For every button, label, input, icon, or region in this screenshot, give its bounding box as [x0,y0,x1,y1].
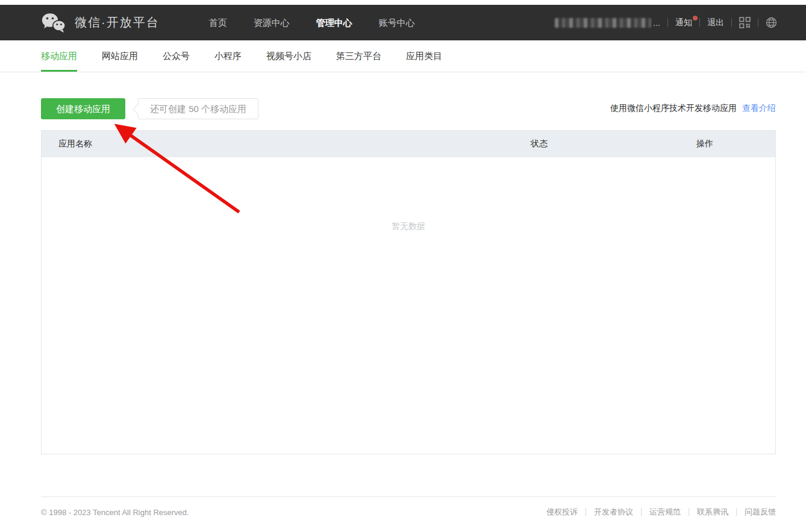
top-header: 微信·开放平台 首页 资源中心 管理中心 账号中心 ... 通知 退出 [0,5,806,40]
separator [731,18,732,27]
separator [736,509,737,516]
qr-code-icon[interactable] [739,17,751,28]
brand[interactable]: 微信·开放平台 [41,12,160,34]
toolbar: 创建移动应用 还可创建 50 个移动应用 使用微信小程序技术开发移动应用 查看介… [41,98,776,119]
top-whitespace [0,0,806,5]
header-user-area: ... 通知 退出 [555,17,777,28]
column-header-app-name: 应用名称 [42,139,531,149]
tab-mini-program[interactable]: 小程序 [214,40,242,72]
page-footer: © 1998 - 2023 Tencent All Right Reserved… [41,496,776,518]
separator [641,509,642,516]
main-content: 创建移动应用 还可创建 50 个移动应用 使用微信小程序技术开发移动应用 查看介… [41,98,776,454]
account-ellipsis: ... [653,18,660,28]
create-mobile-app-button[interactable]: 创建移动应用 [41,98,125,119]
footer-link-contact-tencent[interactable]: 联系腾讯 [697,507,728,518]
quota-tooltip: 还可创建 50 个移动应用 [138,98,258,119]
logout-link[interactable]: 退出 [707,17,724,28]
empty-state-text: 暂无数据 [42,157,775,232]
footer-link-infringement[interactable]: 侵权投诉 [546,507,578,518]
separator [689,509,689,516]
notice-link[interactable]: 通知 [675,17,692,28]
footer-links: 侵权投诉 开发者协议 运营规范 联系腾讯 问题反馈 [546,507,776,518]
table-body: 暂无数据 [42,157,775,454]
nav-item-home[interactable]: 首页 [196,5,240,40]
tab-third-party-platform[interactable]: 第三方平台 [336,40,381,72]
table-header-row: 应用名称 状态 操作 [42,131,775,157]
notice-badge-dot [693,16,698,20]
column-header-action: 操作 [696,139,775,149]
separator [758,18,758,27]
nav-item-resources[interactable]: 资源中心 [240,5,303,40]
tab-channels-shop[interactable]: 视频号小店 [266,40,311,72]
hint-text-wrap: 使用微信小程序技术开发移动应用 查看介绍 [610,103,776,114]
tab-mobile-app[interactable]: 移动应用 [41,40,77,72]
separator [699,18,700,27]
nav-item-management[interactable]: 管理中心 [303,5,366,40]
header-nav: 首页 资源中心 管理中心 账号中心 [196,5,428,40]
separator [667,18,668,27]
wechat-logo-icon [41,12,66,34]
brand-title: 微信·开放平台 [75,14,160,31]
language-globe-icon[interactable] [766,17,777,28]
apps-table: 应用名称 状态 操作 暂无数据 [41,130,776,454]
footer-link-developer-agreement[interactable]: 开发者协议 [594,507,633,518]
hint-text: 使用微信小程序技术开发移动应用 [610,103,737,113]
blurred-account-name[interactable] [555,18,651,28]
nav-item-account[interactable]: 账号中心 [366,5,428,40]
app-type-tabbar: 移动应用 网站应用 公众号 小程序 视频号小店 第三方平台 应用类目 [0,40,806,72]
notice-label: 通知 [675,17,692,27]
tab-website-app[interactable]: 网站应用 [102,40,138,72]
footer-link-operation-rules[interactable]: 运营规范 [649,507,681,518]
separator [586,509,586,516]
tab-official-account[interactable]: 公众号 [163,40,190,72]
footer-link-feedback[interactable]: 问题反馈 [745,507,776,518]
tab-app-category[interactable]: 应用类目 [406,40,442,72]
view-intro-link[interactable]: 查看介绍 [742,103,776,113]
column-header-status: 状态 [531,139,696,149]
copyright-text: © 1998 - 2023 Tencent All Right Reserved… [41,508,189,517]
